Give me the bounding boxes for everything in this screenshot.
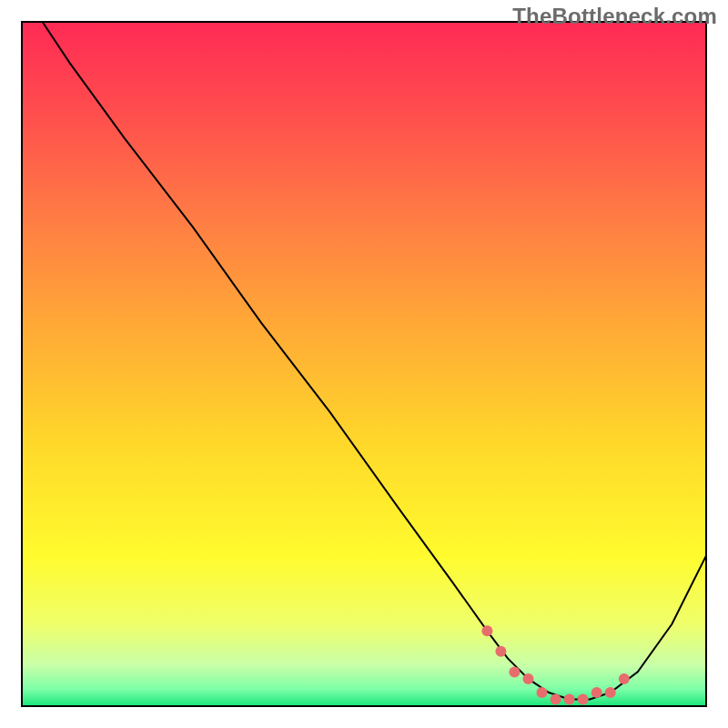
valley-dot [523, 673, 534, 684]
bottleneck-chart: TheBottleneck.com [0, 0, 728, 728]
valley-dot [509, 666, 520, 677]
valley-dot [592, 687, 602, 698]
valley-dot [619, 673, 630, 684]
valley-dot [537, 687, 548, 698]
valley-dot [481, 625, 492, 636]
valley-dot [495, 646, 506, 657]
gradient-background [22, 22, 706, 706]
valley-dot [564, 694, 575, 705]
watermark-text: TheBottleneck.com [512, 4, 717, 29]
chart-svg [0, 0, 728, 728]
valley-dot [578, 694, 589, 705]
valley-dot [551, 694, 561, 705]
valley-dot [605, 687, 616, 698]
